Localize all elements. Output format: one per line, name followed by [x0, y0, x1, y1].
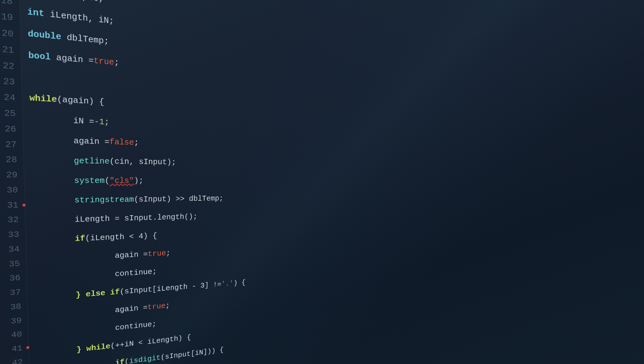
token-double-keyword: double — [28, 23, 61, 48]
line-number-20: 20 — [0, 23, 20, 43]
line-number-31: 31 — [0, 197, 25, 213]
line-number-27: 27 — [0, 136, 23, 152]
line-number-30: 30 — [0, 183, 24, 198]
line-number-36: 36 — [0, 270, 27, 287]
line-number-24: 24 — [0, 88, 22, 106]
line-number-25: 25 — [0, 105, 22, 122]
line-number-22: 22 — [0, 56, 21, 75]
token-bool-keyword: bool — [28, 45, 51, 68]
token-int-keyword: int — [27, 1, 44, 25]
line-number-34: 34 — [0, 242, 26, 258]
code-panel: 17 18 19 20 21 22 23 24 25 26 27 28 29 3… — [0, 0, 323, 364]
line-number-21: 21 — [0, 40, 21, 59]
line-number-35: 35 — [0, 256, 26, 272]
line-number-26: 26 — [0, 120, 23, 137]
line-number-28: 28 — [0, 152, 24, 168]
line-number-32: 32 — [0, 213, 25, 228]
code-content: string sInput; int iLength, iN; double d… — [19, 0, 323, 364]
token-while-keyword: while — [29, 87, 57, 110]
code-line-26: system("cls"); — [31, 171, 311, 191]
line-number-29: 29 — [0, 167, 24, 183]
line-number-33: 33 — [0, 227, 25, 243]
editor-container: 17 18 19 20 21 22 23 24 25 26 27 28 29 3… — [0, 0, 644, 364]
line-number-23: 23 — [0, 72, 21, 90]
